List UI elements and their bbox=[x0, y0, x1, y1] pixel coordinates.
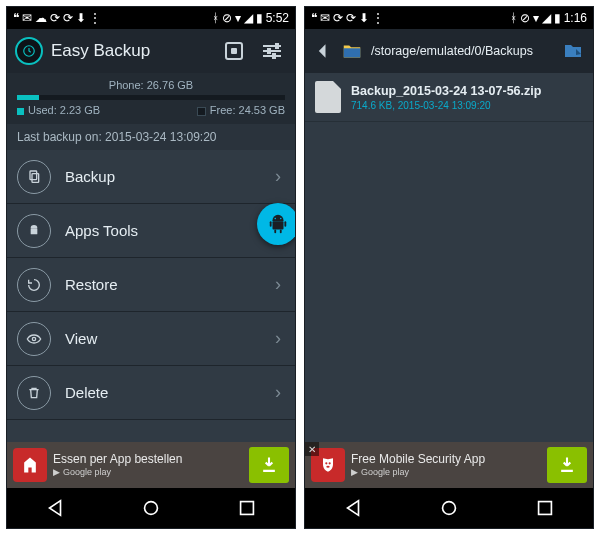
last-backup-label: Last backup on: 2015-03-24 13:09:20 bbox=[7, 124, 295, 150]
svg-rect-8 bbox=[270, 221, 272, 227]
wifi-icon: ▾ bbox=[533, 12, 539, 24]
svg-rect-10 bbox=[274, 230, 276, 234]
menu-item-view[interactable]: View › bbox=[7, 312, 295, 366]
file-icon bbox=[315, 81, 341, 113]
hangouts-icon: ❝ bbox=[13, 12, 19, 24]
sync-icon: ⟳ bbox=[346, 12, 356, 24]
signal-icon: ◢ bbox=[244, 12, 253, 24]
phone-right: ❝ ✉ ⟳ ⟳ ⬇ ⋮ ᚼ ⊘ ▾ ◢ ▮ 1:16 /storage/emul… bbox=[304, 6, 594, 529]
status-bar: ❝ ✉ ⟳ ⟳ ⬇ ⋮ ᚼ ⊘ ▾ ◢ ▮ 1:16 bbox=[305, 7, 593, 29]
chevron-right-icon: › bbox=[275, 328, 281, 349]
menu-icon: ⋮ bbox=[372, 12, 384, 24]
menu-list: Backup › Apps Tools › Restore › View › D… bbox=[7, 150, 295, 442]
menu-icon: ⋮ bbox=[89, 12, 101, 24]
bluetooth-icon: ᚼ bbox=[510, 12, 517, 24]
signal-icon: ◢ bbox=[542, 12, 551, 24]
ad-download-button[interactable] bbox=[547, 447, 587, 483]
menu-label: Restore bbox=[65, 276, 275, 293]
sync-icon: ⟳ bbox=[50, 12, 60, 24]
storage-info: Phone: 26.76 GB Used: 2.23 GB Free: 24.5… bbox=[7, 73, 295, 124]
ad-text: Essen per App bestellen ▶Google play bbox=[53, 452, 243, 477]
chevron-right-icon: › bbox=[275, 166, 281, 187]
nav-bar bbox=[7, 488, 295, 528]
back-icon[interactable] bbox=[313, 41, 333, 61]
svg-rect-20 bbox=[539, 502, 552, 515]
chevron-right-icon: › bbox=[275, 274, 281, 295]
svg-rect-11 bbox=[280, 230, 282, 234]
menu-item-apps-tools[interactable]: Apps Tools › bbox=[7, 204, 295, 258]
ad-download-button[interactable] bbox=[249, 447, 289, 483]
ad-store: Google play bbox=[63, 467, 111, 478]
menu-label: Delete bbox=[65, 384, 275, 401]
ad-banner[interactable]: ✕ Free Mobile Security App ▶Google play bbox=[305, 442, 593, 488]
svg-rect-15 bbox=[241, 502, 254, 515]
svg-rect-9 bbox=[284, 221, 286, 227]
backup-icon bbox=[17, 160, 51, 194]
restore-icon bbox=[17, 268, 51, 302]
storage-total: Phone: 26.76 GB bbox=[17, 79, 285, 91]
menu-label: Backup bbox=[65, 168, 275, 185]
ad-banner[interactable]: Essen per App bestellen ▶Google play bbox=[7, 442, 295, 488]
mail-icon: ✉ bbox=[22, 12, 32, 24]
svg-point-18 bbox=[326, 466, 329, 468]
ad-close-button[interactable]: ✕ bbox=[305, 442, 319, 456]
status-notification-icons: ❝ ✉ ☁ ⟳ ⟳ ⬇ ⋮ bbox=[13, 12, 101, 24]
download-icon: ⬇ bbox=[76, 12, 86, 24]
play-icon: ▶ bbox=[53, 467, 60, 478]
ad-app-icon bbox=[13, 448, 47, 482]
ad-store: Google play bbox=[361, 467, 409, 478]
nav-back-button[interactable] bbox=[44, 497, 66, 519]
svg-point-17 bbox=[329, 462, 331, 464]
menu-item-delete[interactable]: Delete › bbox=[7, 366, 295, 420]
nav-back-button[interactable] bbox=[342, 497, 364, 519]
app-bar: Easy Backup bbox=[7, 29, 295, 73]
storage-bar-used bbox=[17, 95, 39, 100]
file-meta: 714.6 KB, 2015-03-24 13:09:20 bbox=[351, 100, 541, 111]
folder-action-icon[interactable] bbox=[561, 39, 585, 63]
sync-icon: ⟳ bbox=[63, 12, 73, 24]
nav-recent-button[interactable] bbox=[236, 497, 258, 519]
nav-home-button[interactable] bbox=[140, 497, 162, 519]
menu-item-backup[interactable]: Backup › bbox=[7, 150, 295, 204]
no-sim-icon: ⊘ bbox=[520, 12, 530, 24]
ad-text: Free Mobile Security App ▶Google play bbox=[351, 452, 541, 477]
nav-home-button[interactable] bbox=[438, 497, 460, 519]
menu-label: View bbox=[65, 330, 275, 347]
menu-item-restore[interactable]: Restore › bbox=[7, 258, 295, 312]
phone-left: ❝ ✉ ☁ ⟳ ⟳ ⬇ ⋮ ᚼ ⊘ ▾ ◢ ▮ 5:52 Easy Backup… bbox=[6, 6, 296, 529]
svg-point-16 bbox=[325, 462, 327, 464]
svg-point-14 bbox=[145, 502, 158, 515]
svg-rect-3 bbox=[31, 228, 38, 234]
android-fab-button[interactable] bbox=[257, 203, 296, 245]
eye-icon bbox=[17, 322, 51, 356]
play-icon: ▶ bbox=[351, 467, 358, 478]
folder-icon bbox=[341, 40, 363, 62]
svg-point-6 bbox=[32, 337, 35, 340]
trash-icon bbox=[17, 376, 51, 410]
menu-label: Apps Tools bbox=[65, 222, 275, 239]
chevron-right-icon: › bbox=[275, 382, 281, 403]
stop-button[interactable] bbox=[219, 36, 249, 66]
status-notification-icons: ❝ ✉ ⟳ ⟳ ⬇ ⋮ bbox=[311, 12, 384, 24]
svg-rect-2 bbox=[32, 173, 39, 182]
nav-recent-button[interactable] bbox=[534, 497, 556, 519]
status-system-icons: ᚼ ⊘ ▾ ◢ ▮ 5:52 bbox=[212, 12, 289, 24]
app-logo-icon bbox=[15, 37, 43, 65]
clock: 1:16 bbox=[564, 12, 587, 24]
svg-point-12 bbox=[275, 218, 276, 219]
file-row[interactable]: Backup_2015-03-24 13-07-56.zip 714.6 KB,… bbox=[305, 73, 593, 122]
settings-sliders-button[interactable] bbox=[257, 36, 287, 66]
status-bar: ❝ ✉ ☁ ⟳ ⟳ ⬇ ⋮ ᚼ ⊘ ▾ ◢ ▮ 5:52 bbox=[7, 7, 295, 29]
battery-icon: ▮ bbox=[256, 12, 263, 24]
file-name: Backup_2015-03-24 13-07-56.zip bbox=[351, 84, 541, 98]
svg-rect-1 bbox=[30, 171, 37, 180]
path-bar: /storage/emulated/0/Backups bbox=[305, 29, 593, 73]
nav-bar bbox=[305, 488, 593, 528]
status-system-icons: ᚼ ⊘ ▾ ◢ ▮ 1:16 bbox=[510, 12, 587, 24]
svg-point-19 bbox=[443, 502, 456, 515]
android-icon bbox=[17, 214, 51, 248]
sync-icon: ⟳ bbox=[333, 12, 343, 24]
cloud-icon: ☁ bbox=[35, 12, 47, 24]
mail-icon: ✉ bbox=[320, 12, 330, 24]
svg-point-13 bbox=[280, 218, 281, 219]
